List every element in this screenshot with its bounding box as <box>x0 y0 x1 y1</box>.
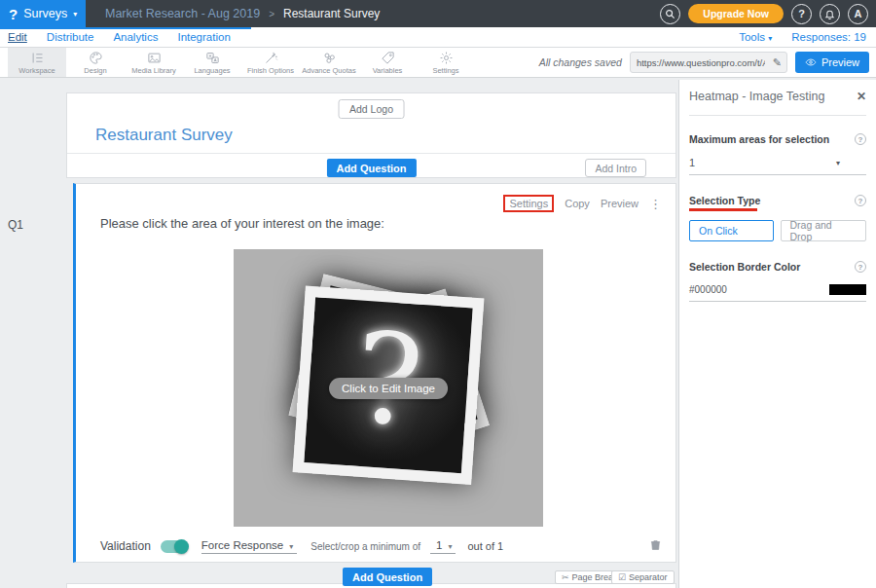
border-color-field[interactable]: #000000 <box>689 280 866 302</box>
minimum-value-dropdown[interactable]: 1▾ <box>430 539 456 554</box>
breadcrumb: Market Research - Aug 2019 > Restaurant … <box>105 7 380 20</box>
add-question-button-bottom[interactable]: Add Question <box>343 568 432 586</box>
validation-row: Validation Force Response▾ Select/crop a… <box>100 535 662 557</box>
toolbar-item-languages[interactable]: Languages <box>183 48 241 77</box>
account-avatar[interactable]: A <box>848 4 868 24</box>
toolbar-item-design[interactable]: Design <box>66 48 125 77</box>
question-copy-button[interactable]: Copy <box>565 198 590 209</box>
delete-question-button[interactable] <box>649 537 662 556</box>
chevron-down-icon: ▾ <box>289 542 293 551</box>
chevron-down-icon: ▾ <box>836 159 840 167</box>
border-color-value: #000000 <box>689 284 727 295</box>
workspace-icon <box>30 51 45 65</box>
toolbar-item-settings[interactable]: Settings <box>417 48 475 77</box>
max-areas-select[interactable]: 1 ▾ <box>689 153 866 175</box>
upgrade-now-button[interactable]: Upgrade Now <box>688 4 784 23</box>
click-to-edit-image-button[interactable]: Click to Edit Image <box>329 378 448 399</box>
out-of-label: out of 1 <box>467 540 503 552</box>
heatmap-image-placeholder[interactable]: ? Click to Edit Image <box>234 249 543 527</box>
toolbar-item-media-library[interactable]: Media Library <box>125 48 183 77</box>
on-click-option[interactable]: On Click <box>689 220 774 241</box>
question-number-label: Q1 <box>8 218 23 232</box>
survey-header-card: Add Logo Restaurant Survey Add Question … <box>66 92 676 178</box>
nav-tab-distribute[interactable]: Distribute <box>47 31 94 43</box>
nav-tab-analytics[interactable]: Analytics <box>113 31 158 43</box>
surveys-label: Surveys <box>23 7 67 20</box>
main-nav: Edit Distribute Analytics Integration To… <box>0 27 876 48</box>
separator-icon: ☑ <box>618 572 626 582</box>
toolbar-item-finish-options[interactable]: Finish Options <box>241 48 300 77</box>
save-status: All changes saved <box>539 56 622 68</box>
search-button[interactable] <box>660 4 680 24</box>
nav-links: Edit Distribute Analytics Integration <box>0 31 231 43</box>
surveys-menu[interactable]: ? Surveys ▾ <box>0 0 86 27</box>
help-icon[interactable]: ? <box>855 195 866 206</box>
chevron-down-icon: ▾ <box>448 542 452 551</box>
toolbar-item-variables[interactable]: Variables <box>358 48 417 77</box>
help-button[interactable]: ? <box>791 4 812 24</box>
selection-type-label: Selection Type <box>689 195 760 206</box>
tools-menu[interactable]: Tools ▾ <box>739 31 772 43</box>
selection-type-buttons: On Click Drag and Drop <box>689 220 866 241</box>
close-icon[interactable]: ✕ <box>857 90 866 103</box>
max-areas-label: Maximum areas for selection <box>689 133 829 145</box>
chevron-down-icon: ▾ <box>73 10 77 18</box>
divider <box>689 115 866 116</box>
red-highlight-underline <box>689 208 757 211</box>
palette-icon <box>89 51 103 65</box>
toggle-knob <box>174 539 189 554</box>
chevron-down-icon: ▾ <box>768 34 772 43</box>
search-icon <box>665 9 675 19</box>
image-icon <box>147 51 162 65</box>
add-logo-button[interactable]: Add Logo <box>338 99 405 119</box>
toolbar-right: All changes saved ✎ Preview <box>539 48 876 77</box>
survey-title[interactable]: Restaurant Survey <box>95 126 233 145</box>
survey-url-box: ✎ <box>630 52 787 73</box>
question-card: Settings Copy Preview ⋮ Please click the… <box>73 183 676 563</box>
tag-icon <box>381 51 395 65</box>
responses-count[interactable]: Responses: 19 <box>791 31 866 43</box>
notifications-button[interactable] <box>820 4 840 24</box>
divider <box>67 153 675 154</box>
question-preview-button[interactable]: Preview <box>601 198 639 209</box>
survey-url-input[interactable] <box>631 57 765 68</box>
gear-icon <box>439 51 454 65</box>
toolbar-item-workspace[interactable]: Workspace <box>8 48 66 77</box>
topbar-actions: Upgrade Now ? A <box>660 4 876 24</box>
question-settings-button[interactable]: Settings <box>503 195 554 212</box>
preview-button[interactable]: Preview <box>795 52 869 73</box>
question-settings-panel: Heatmap - Image Testing ✕ Maximum areas … <box>678 80 876 588</box>
nav-tab-edit[interactable]: Edit <box>8 31 27 43</box>
breadcrumb-current: Restaurant Survey <box>283 7 380 20</box>
bell-icon <box>824 9 835 19</box>
breadcrumb-parent[interactable]: Market Research - Aug 2019 <box>105 7 260 20</box>
nav-right: Tools ▾ Responses: 19 <box>739 31 876 43</box>
nav-tab-integration[interactable]: Integration <box>177 31 230 43</box>
app-root: ? Surveys ▾ Market Research - Aug 2019 >… <box>0 0 876 588</box>
help-icon[interactable]: ? <box>855 261 866 273</box>
trash-icon <box>649 537 662 552</box>
kebab-menu-icon[interactable]: ⋮ <box>649 197 662 211</box>
add-intro-button[interactable]: Add Intro <box>585 159 646 177</box>
help-icon[interactable]: ? <box>855 133 866 145</box>
links-icon <box>322 51 337 65</box>
separator-button[interactable]: ☑ Separator <box>611 570 675 584</box>
panel-title: Heatmap - Image Testing <box>689 90 824 103</box>
toolbar-item-advance-quotas[interactable]: Advance Quotas <box>300 48 358 77</box>
magic-wand-icon <box>264 51 278 65</box>
force-response-dropdown[interactable]: Force Response▾ <box>201 539 297 554</box>
border-color-label: Selection Border Color <box>689 261 800 273</box>
validation-toggle[interactable] <box>161 540 188 553</box>
translate-icon <box>205 51 220 65</box>
question-text[interactable]: Please click the area of your interest o… <box>100 216 384 231</box>
questionpro-logo-icon: ? <box>9 6 18 22</box>
edit-url-icon[interactable]: ✎ <box>773 56 782 69</box>
drag-and-drop-option[interactable]: Drag and Drop <box>781 220 866 241</box>
nav-accent-bar <box>0 27 251 29</box>
color-swatch[interactable] <box>829 284 866 295</box>
edit-toolbar: Workspace Design Media Library Languages… <box>0 48 876 78</box>
breadcrumb-separator: > <box>269 9 274 19</box>
add-question-button-top[interactable]: Add Question <box>326 159 416 177</box>
top-bar: ? Surveys ▾ Market Research - Aug 2019 >… <box>0 0 876 27</box>
scissors-icon: ✂ <box>562 572 569 582</box>
